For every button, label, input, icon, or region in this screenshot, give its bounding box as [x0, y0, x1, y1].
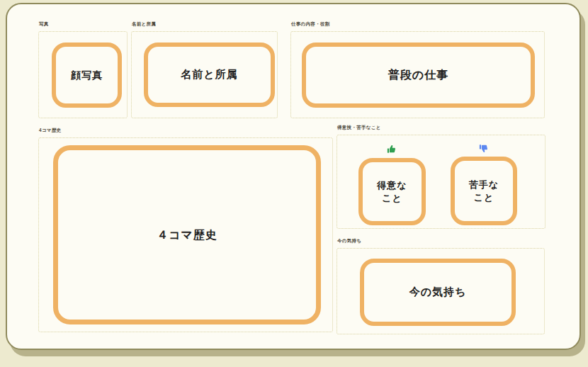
- section-feelings: 今の気持ち 今の気持ち: [337, 248, 545, 334]
- usual-work-box[interactable]: 普段の仕事: [302, 43, 535, 108]
- four-panel-history-box[interactable]: ４コマ歴史: [53, 145, 321, 324]
- name-affiliation-box[interactable]: 名前と所属: [144, 43, 275, 107]
- section-name-label: 名前と所属: [132, 21, 156, 28]
- thumbs-up-icon[interactable]: [387, 145, 397, 154]
- section-work-label: 仕事の内容・役割: [291, 21, 330, 28]
- section-history: 4コマ歴史 ４コマ歴史: [38, 137, 333, 332]
- section-photo: 写真 顔写真: [38, 31, 128, 118]
- bad-at-box-label: 苦手な こと: [469, 179, 499, 203]
- good-at-box[interactable]: 得意な こと: [358, 158, 426, 225]
- section-photo-label: 写真: [39, 21, 49, 28]
- name-affiliation-box-label: 名前と所属: [181, 67, 237, 81]
- section-history-label: 4コマ歴史: [39, 128, 61, 134]
- face-photo-box-label: 顔写真: [71, 69, 103, 82]
- section-name: 名前と所属 名前と所属: [131, 31, 278, 118]
- four-panel-history-box-label: ４コマ歴史: [157, 227, 217, 243]
- current-feelings-box-label: 今の気持ち: [409, 285, 467, 299]
- section-feelings-label: 今の気持ち: [337, 238, 361, 244]
- face-photo-box[interactable]: 顔写真: [52, 43, 122, 108]
- section-strengths: 得意技・苦手なこと 得意な こと 苦手な こと: [337, 135, 545, 229]
- template-card: 写真 顔写真 名前と所属 名前と所属 仕事の内容・役割 普段の仕事 4コマ歴史 …: [6, 3, 581, 350]
- section-strengths-label: 得意技・苦手なこと: [337, 125, 381, 131]
- current-feelings-box[interactable]: 今の気持ち: [360, 259, 516, 326]
- section-work: 仕事の内容・役割 普段の仕事: [290, 31, 545, 118]
- usual-work-box-label: 普段の仕事: [388, 67, 448, 83]
- thumbs-down-icon[interactable]: [479, 143, 489, 153]
- bad-at-box[interactable]: 苦手な こと: [451, 157, 517, 225]
- good-at-box-label: 得意な こと: [377, 179, 407, 204]
